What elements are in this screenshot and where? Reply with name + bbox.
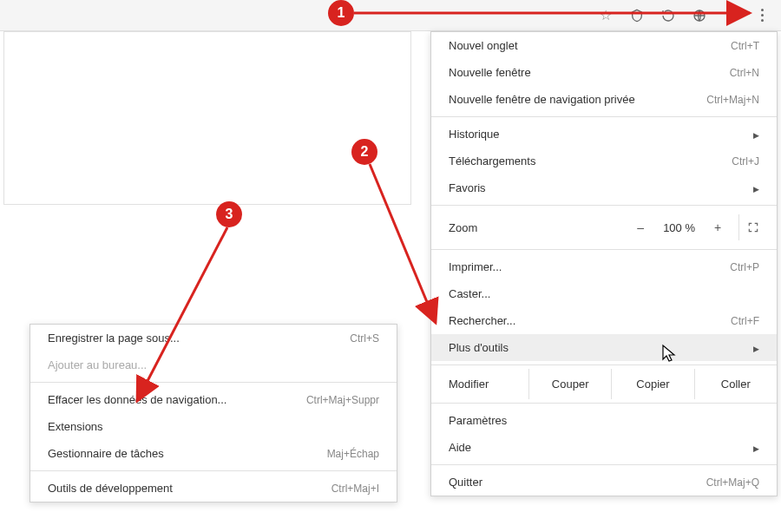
shortcut: Ctrl+P [730, 261, 759, 273]
step-badge-3: 3 [216, 201, 242, 227]
shortcut: Ctrl+S [350, 332, 379, 345]
menu-find[interactable]: Rechercher... Ctrl+F [431, 307, 777, 334]
menu-new-window[interactable]: Nouvelle fenêtre Ctrl+N [431, 59, 777, 86]
menu-cast[interactable]: Caster... [431, 280, 777, 307]
zoom-out-button[interactable]: – [627, 214, 654, 240]
separator [431, 365, 777, 365]
more-tools-submenu: Enregistrer la page sous... Ctrl+S Ajout… [30, 324, 397, 502]
label: Quitter [449, 476, 482, 489]
menu-more-tools[interactable]: Plus d'outils [431, 334, 777, 361]
label: Gestionnaire de tâches [48, 447, 164, 460]
separator [431, 464, 777, 465]
shortcut: Ctrl+N [730, 67, 759, 79]
step-badge-2: 2 [351, 139, 377, 165]
chevron-right-icon [746, 341, 759, 354]
label: Imprimer... [449, 260, 502, 273]
separator [30, 470, 397, 471]
label: Nouvelle fenêtre de navigation privée [449, 93, 635, 106]
menu-help[interactable]: Aide [431, 434, 777, 461]
shortcut: Ctrl+Maj+I [331, 483, 379, 495]
label: Rechercher... [449, 314, 515, 327]
lock-icon[interactable] [719, 3, 743, 28]
svg-rect-1 [727, 15, 734, 20]
separator [431, 205, 777, 206]
label: Favoris [449, 181, 486, 194]
browser-toolbar: ☆ [0, 0, 781, 31]
cut-button[interactable]: Couper [528, 369, 611, 399]
label: Aide [449, 441, 471, 454]
label: Nouvel onglet [449, 39, 518, 52]
submenu-clear-data[interactable]: Effacer les données de navigation... Ctr… [30, 386, 397, 413]
content-pane [3, 31, 411, 205]
submenu-add-desktop: Ajouter au bureau... [30, 351, 397, 378]
shortcut: Ctrl+T [731, 40, 759, 52]
chrome-main-menu: Nouvel onglet Ctrl+T Nouvelle fenêtre Ct… [430, 31, 778, 496]
label: Extensions [48, 420, 103, 433]
menu-print[interactable]: Imprimer... Ctrl+P [431, 253, 777, 280]
menu-zoom: Zoom – 100 % + [431, 209, 777, 246]
step-badge-1: 1 [328, 0, 354, 26]
label: Téléchargements [449, 154, 535, 167]
shortcut: Ctrl+Maj+Suppr [306, 394, 379, 406]
label: Enregistrer la page sous... [48, 332, 180, 345]
submenu-extensions[interactable]: Extensions [30, 413, 397, 440]
paste-button[interactable]: Coller [694, 369, 777, 399]
menu-quit[interactable]: Quitter Ctrl+Maj+Q [431, 469, 777, 496]
separator [431, 403, 777, 404]
menu-downloads[interactable]: Téléchargements Ctrl+J [431, 148, 777, 174]
submenu-task-manager[interactable]: Gestionnaire de tâches Maj+Échap [30, 440, 397, 467]
menu-history[interactable]: Historique [431, 121, 777, 148]
zoom-value: 100 % [656, 221, 702, 234]
submenu-save-page[interactable]: Enregistrer la page sous... Ctrl+S [30, 325, 397, 351]
menu-settings[interactable]: Paramètres [431, 407, 777, 434]
label: Plus d'outils [449, 341, 509, 354]
zoom-in-button[interactable]: + [704, 214, 732, 240]
shortcut: Maj+Échap [327, 448, 379, 460]
label: Historique [449, 128, 500, 141]
zoom-label: Zoom [449, 221, 477, 234]
label: Nouvelle fenêtre [449, 66, 531, 79]
chevron-right-icon [746, 441, 759, 454]
label: Effacer les données de navigation... [48, 393, 226, 406]
label: Paramètres [449, 414, 507, 427]
kebab-menu-icon[interactable] [750, 3, 774, 28]
menu-incognito[interactable]: Nouvelle fenêtre de navigation privée Ct… [431, 86, 777, 113]
chevron-right-icon [746, 181, 759, 194]
separator [30, 382, 397, 383]
shortcut: Ctrl+Maj+N [706, 94, 759, 106]
copy-button[interactable]: Copier [611, 369, 693, 399]
chevron-right-icon [746, 128, 759, 141]
star-icon[interactable]: ☆ [594, 3, 618, 28]
fullscreen-icon[interactable] [738, 214, 766, 240]
submenu-devtools[interactable]: Outils de développement Ctrl+Maj+I [30, 475, 397, 502]
cursor-icon [661, 344, 677, 365]
globe-icon[interactable] [687, 3, 712, 28]
edit-label: Modifier [431, 369, 528, 399]
label: Caster... [449, 287, 490, 300]
label: Ajouter au bureau... [48, 358, 147, 371]
refresh-icon[interactable] [656, 3, 680, 28]
shield-icon[interactable] [625, 3, 649, 28]
separator [431, 249, 777, 250]
shortcut: Ctrl+F [731, 315, 759, 327]
menu-bookmarks[interactable]: Favoris [431, 174, 777, 201]
shortcut: Ctrl+J [732, 155, 759, 167]
menu-new-tab[interactable]: Nouvel onglet Ctrl+T [431, 32, 777, 59]
label: Outils de développement [48, 482, 173, 495]
menu-edit-row: Modifier Couper Copier Coller [431, 369, 777, 399]
separator [431, 116, 777, 117]
shortcut: Ctrl+Maj+Q [706, 476, 759, 489]
